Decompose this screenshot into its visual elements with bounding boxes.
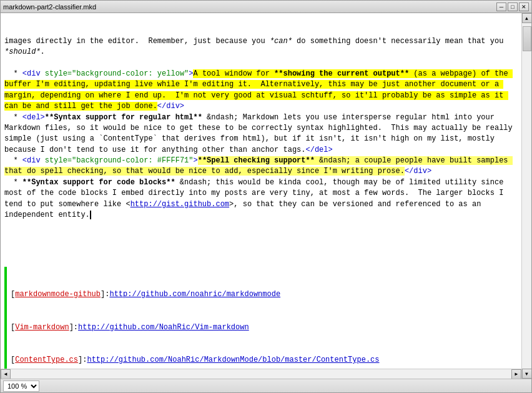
ref-label: [markdownmode-github]:http://github.com/… xyxy=(11,289,280,300)
vertical-scrollbar-thumb[interactable] xyxy=(523,26,531,51)
maximize-button[interactable]: □ xyxy=(508,2,518,11)
line-blank xyxy=(4,59,9,67)
line-syntax: * **Syntax support for code blocks** &nd… xyxy=(4,178,508,219)
scroll-up-button[interactable]: ▲ xyxy=(522,13,532,23)
scroll-left-button[interactable]: ◀ xyxy=(1,369,11,379)
horizontal-scrollbar[interactable]: ◀ ▶ xyxy=(1,369,521,379)
line-del: * <del>**Syntax support for regular html… xyxy=(4,113,517,154)
ref-markdownmode-github: [markdownmode-github]:http://github.com/… xyxy=(11,289,519,300)
editor-pre: images directly in the editor. Remember,… xyxy=(4,36,519,221)
vertical-scrollbar[interactable]: ▲ ▼ xyxy=(521,13,531,379)
main-window: markdown-part2-classifier.mkd ─ □ ✕ imag… xyxy=(0,0,532,393)
line-div1: * <div style="background-color: yellow">… xyxy=(4,69,513,111)
window-controls: ─ □ ✕ xyxy=(496,2,529,11)
refs-content: [markdownmode-github]:http://github.com/… xyxy=(11,267,519,369)
zoom-select[interactable]: 100 % 50 % 75 % 125 % 150 % 200 % xyxy=(3,381,39,392)
window-title: markdown-part2-classifier.mkd xyxy=(3,3,96,11)
status-bar: 100 % 50 % 75 % 125 % 150 % 200 % xyxy=(1,379,531,392)
ref-label: [Vim-markdown]:http://github.com/NoahRic… xyxy=(11,322,249,333)
line-1: images directly in the editor. Remember,… xyxy=(4,37,508,56)
editor-content[interactable]: images directly in the editor. Remember,… xyxy=(1,13,521,369)
close-button[interactable]: ✕ xyxy=(519,2,529,11)
horizontal-scrollbar-track[interactable] xyxy=(11,369,511,379)
line-div2: * <div style="background-color: #FFFF71"… xyxy=(4,156,513,176)
vertical-scrollbar-track[interactable] xyxy=(522,23,531,369)
green-bar-indicator xyxy=(4,267,7,369)
editor-area: images directly in the editor. Remember,… xyxy=(1,13,531,379)
scroll-right-button[interactable]: ▶ xyxy=(511,369,521,379)
refs-block: [markdownmode-github]:http://github.com/… xyxy=(4,267,519,369)
title-bar: markdown-part2-classifier.mkd ─ □ ✕ xyxy=(1,1,531,13)
ref-vim-markdown: [Vim-markdown]:http://github.com/NoahRic… xyxy=(11,322,519,333)
content-wrapper: images directly in the editor. Remember,… xyxy=(1,13,521,379)
ref-label: [ContentType.cs]:http://github.com/NoahR… xyxy=(11,354,380,366)
ref-contenttype: [ContentType.cs]:http://github.com/NoahR… xyxy=(11,354,519,366)
scroll-down-button[interactable]: ▼ xyxy=(522,369,532,379)
minimize-button[interactable]: ─ xyxy=(496,2,506,11)
